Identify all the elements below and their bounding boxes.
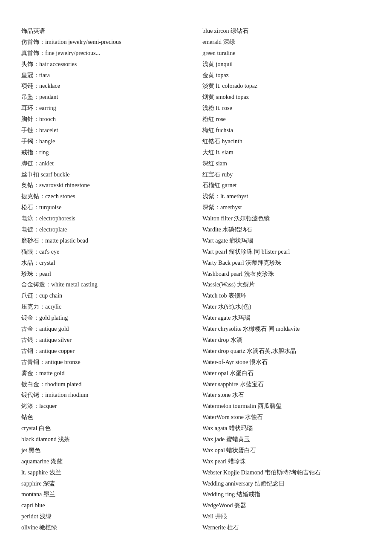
left-item-8: 胸针：brooch: [21, 114, 190, 125]
right-item-17: Walton filter 沃尔顿滤色镜: [202, 213, 371, 224]
left-item-42: montana 墨兰: [21, 489, 190, 500]
right-item-36: Wax agata 蜡状玛瑙: [202, 423, 371, 434]
left-item-29: 古铜：antique copper: [21, 346, 190, 357]
left-item-30: 古青铜：antique bronze: [21, 357, 190, 368]
left-item-32: 镀白金：rhodium plated: [21, 379, 190, 390]
right-item-19: Wart agate 瘤状玛瑙: [202, 235, 371, 246]
right-item-18: Wardite 水磷铝纳石: [202, 224, 371, 235]
right-item-23: Wassie(Wass) 大裂片: [202, 279, 371, 290]
left-item-41: sapphire 深蓝: [21, 478, 190, 489]
left-item-0: 饰品英语: [21, 26, 190, 37]
left-item-10: 手镯：bangle: [21, 136, 190, 147]
left-item-43: capri blue: [21, 500, 190, 511]
right-item-27: Water chrysolite 水橄榄石 同 moldavite: [202, 324, 371, 335]
right-item-11: 大红 lt. siam: [202, 147, 371, 158]
left-item-25: 压克力：acrylic: [21, 301, 190, 312]
left-item-13: 丝巾扣 scarf buckle: [21, 169, 190, 180]
right-item-34: Watermelon tourmalin 西瓜碧玺: [202, 401, 371, 412]
right-item-38: Wax opal 蜡状蛋白石: [202, 445, 371, 456]
right-item-13: 红宝石 ruby: [202, 169, 371, 180]
right-item-44: Well 井眼: [202, 511, 371, 522]
left-item-21: 水晶：crystal: [21, 257, 190, 269]
right-item-35: WaterWorn stone 水蚀石: [202, 412, 371, 423]
left-item-40: lt. sapphire 浅兰: [21, 467, 190, 478]
right-item-33: Water stone 水石: [202, 390, 371, 401]
right-item-10: 红锆石 hyacinth: [202, 136, 371, 147]
left-item-6: 吊坠：pendant: [21, 92, 190, 103]
right-item-2: green turaline: [202, 48, 371, 59]
left-item-16: 松石：turquoise: [21, 202, 190, 213]
left-item-4: 皇冠：tiara: [21, 70, 190, 81]
left-item-18: 电镀：electroplate: [21, 224, 190, 235]
left-item-26: 镀金：gold plating: [21, 312, 190, 324]
left-item-19: 磨砂石：matte plastic bead: [21, 235, 190, 246]
right-item-8: 粉红 rose: [202, 114, 371, 125]
right-item-0: blue zircon 绿钻石: [202, 26, 371, 37]
left-item-11: 戒指：ring: [21, 147, 190, 158]
left-item-20: 猫眼：cat's eye: [21, 246, 190, 257]
right-item-37: Wax jade 蜜蜡黄玉: [202, 434, 371, 445]
left-item-2: 真首饰：fine jewelry/precious...: [21, 48, 190, 59]
right-item-22: Washboard pearl 洗衣皮珍珠: [202, 269, 371, 280]
right-item-28: Water drop 水滴: [202, 335, 371, 346]
left-item-38: jet 黑色: [21, 445, 190, 456]
right-item-41: Wedding anniversary 结婚纪念日: [202, 478, 371, 489]
right-item-1: emerald 深绿: [202, 37, 371, 48]
left-item-34: 烤漆：lacquer: [21, 401, 190, 412]
right-item-7: 浅粉 lt. rose: [202, 103, 371, 114]
left-column: 饰品英语仿首饰：imitation jewelry/semi-precious真…: [21, 26, 198, 533]
left-item-24: 爪链：cup chain: [21, 290, 190, 301]
right-item-3: 浅黄 jonquil: [202, 59, 371, 70]
left-item-7: 耳环：earring: [21, 103, 190, 114]
left-item-36: crystal 白色: [21, 423, 190, 434]
right-item-4: 金黄 topaz: [202, 70, 371, 81]
right-item-14: 石榴红 garnet: [202, 180, 371, 191]
right-item-24: Watch fob 表锁环: [202, 290, 371, 301]
right-item-5: 淡黄 lt. colorado topaz: [202, 81, 371, 92]
right-item-25: Water 水(钻),水(色): [202, 301, 371, 312]
left-item-23: 合金铸造：white metal casting: [21, 279, 190, 290]
left-item-45: olivine 橄榄绿: [21, 522, 190, 533]
right-item-21: Warty Back pearl 沃蒂拜克珍珠: [202, 257, 371, 269]
right-item-20: Wart pearl 瘤状珍珠 同 blister pearl: [202, 246, 371, 257]
right-item-32: Water sapphire 水蓝宝石: [202, 379, 371, 390]
right-column: blue zircon 绿钻石emerald 深绿green turaline浅…: [198, 26, 371, 533]
left-item-44: peridot 浅绿: [21, 511, 190, 522]
left-item-1: 仿首饰：imitation jewelry/semi-precious: [21, 37, 190, 48]
left-item-5: 项链：necklace: [21, 81, 190, 92]
right-item-45: Wernerite 柱石: [202, 522, 371, 533]
left-item-27: 古金：antique gold: [21, 324, 190, 335]
right-item-40: Webster Kopjie Diamond 韦伯斯特?考帕吉钻石: [202, 467, 371, 478]
right-item-42: Wedding ring 结婚戒指: [202, 489, 371, 500]
right-item-12: 深红 siam: [202, 158, 371, 169]
left-item-3: 头饰：hair accessories: [21, 59, 190, 70]
left-item-12: 脚链：anklet: [21, 158, 190, 169]
left-item-31: 雾金：matte gold: [21, 368, 190, 379]
right-item-9: 梅红 fuchsia: [202, 125, 371, 136]
right-item-6: 烟黄 smoked topaz: [202, 92, 371, 103]
right-item-39: Wax pearl 蜡珍珠: [202, 456, 371, 467]
left-item-33: 镀代铑：imitation rhodium: [21, 390, 190, 401]
right-item-31: Water opal 水蛋白石: [202, 368, 371, 379]
left-item-22: 珍珠：pearl: [21, 269, 190, 280]
right-item-29: Water drop quartz 水滴石英,水胆水晶: [202, 346, 371, 357]
left-item-39: aquamarine 湖蓝: [21, 456, 190, 467]
left-item-14: 奥钻：swarovski rhinestone: [21, 180, 190, 191]
left-item-28: 古银：antique silver: [21, 335, 190, 346]
left-item-9: 手链：bracelet: [21, 125, 190, 136]
left-item-35: 钻色: [21, 412, 190, 423]
right-item-26: Water agate 水玛瑙: [202, 312, 371, 324]
left-item-37: black diamond 浅茶: [21, 434, 190, 445]
right-item-30: Water-of-Ayr stone 恨水石: [202, 357, 371, 368]
right-item-15: 浅紫：lt. amethyst: [202, 191, 371, 202]
main-content: 饰品英语仿首饰：imitation jewelry/semi-precious真…: [21, 26, 371, 533]
left-item-15: 捷克钻：czech stones: [21, 191, 190, 202]
right-item-16: 深紫：amethyst: [202, 202, 371, 213]
left-item-17: 电泳：electrophoresis: [21, 213, 190, 224]
right-item-43: WedgeWood 瓷器: [202, 500, 371, 511]
